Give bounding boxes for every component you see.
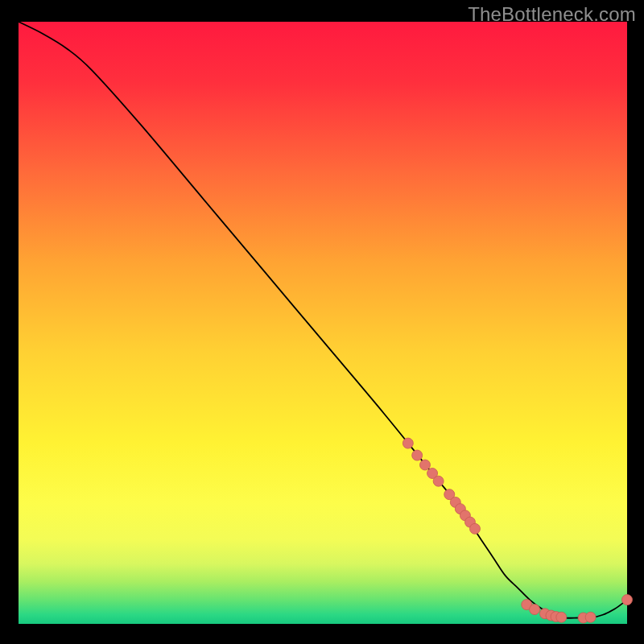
- data-marker: [585, 612, 596, 622]
- data-marker: [470, 523, 481, 534]
- plot-background: [19, 22, 627, 624]
- data-marker: [530, 605, 540, 615]
- chart-container: TheBottleneck.com: [0, 0, 644, 644]
- data-marker: [556, 612, 567, 622]
- data-marker: [420, 460, 431, 470]
- data-marker: [622, 595, 633, 605]
- data-marker: [402, 438, 413, 448]
- data-marker: [412, 450, 423, 460]
- data-marker: [433, 476, 444, 486]
- watermark-text: TheBottleneck.com: [468, 3, 636, 26]
- chart-svg: [0, 0, 644, 644]
